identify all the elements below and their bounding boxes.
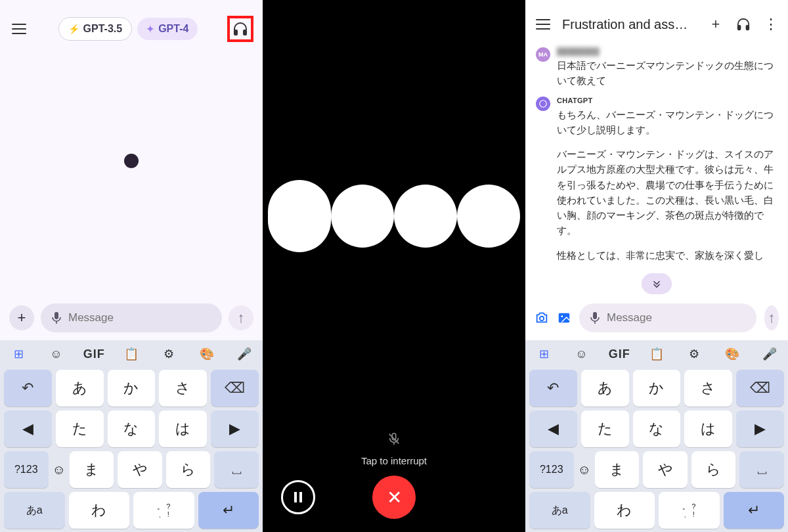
send-button[interactable]: ↑ xyxy=(229,305,253,330)
key-ya[interactable]: や xyxy=(643,451,688,488)
key-enter[interactable]: ↵ xyxy=(198,492,259,529)
key-symbols[interactable]: ?123 xyxy=(529,451,574,488)
send-button[interactable]: ↑ xyxy=(764,305,779,330)
clipboard-icon[interactable]: 📋 xyxy=(646,347,667,361)
message-input-container[interactable] xyxy=(41,303,222,332)
key-symbols[interactable]: ?123 xyxy=(4,451,49,488)
mic-icon[interactable] xyxy=(590,311,600,324)
mic-icon[interactable] xyxy=(51,311,62,324)
key-ra[interactable]: ら xyxy=(691,451,736,488)
message-input[interactable] xyxy=(607,311,746,324)
key-backspace[interactable]: ⌫ xyxy=(211,370,259,407)
model-chip-gpt4[interactable]: ✦ GPT-4 xyxy=(137,18,198,40)
palette-icon[interactable]: 🎨 xyxy=(722,347,743,361)
sticker-icon[interactable]: ☺ xyxy=(571,347,592,361)
key-left[interactable]: ◀ xyxy=(529,410,577,447)
voice-typing-icon[interactable]: 🎤 xyxy=(759,347,780,361)
add-button[interactable]: + xyxy=(9,305,34,330)
message-input-container[interactable] xyxy=(579,303,756,332)
key-left[interactable]: ◀ xyxy=(4,410,52,447)
header: ⚡ GPT-3.5 ✦ GPT-4 xyxy=(0,0,263,49)
key-backspace[interactable]: ⌫ xyxy=(736,370,784,407)
end-voice-button[interactable]: ✕ xyxy=(372,476,416,519)
svg-point-12 xyxy=(561,315,563,317)
voice-mode-button[interactable] xyxy=(227,16,253,42)
voice-mode-button[interactable] xyxy=(734,17,753,32)
svg-rect-13 xyxy=(593,312,597,319)
key-a[interactable]: あ xyxy=(56,370,104,407)
key-ma[interactable]: ま xyxy=(70,451,114,488)
key-enter[interactable]: ↵ xyxy=(724,492,785,529)
arrow-up-icon: ↑ xyxy=(768,309,776,326)
svg-rect-0 xyxy=(234,30,237,35)
camera-icon xyxy=(535,311,549,325)
key-lang-toggle[interactable]: あa xyxy=(4,492,65,529)
gif-button[interactable]: GIF xyxy=(609,347,630,361)
key-ka[interactable]: か xyxy=(633,370,681,407)
key-sa[interactable]: さ xyxy=(159,370,207,407)
settings-gear-icon[interactable]: ⚙ xyxy=(158,347,179,361)
key-ta[interactable]: た xyxy=(581,410,629,447)
menu-icon[interactable] xyxy=(533,14,553,34)
voice-controls: Tap to interrupt ✕ xyxy=(263,432,525,532)
key-ka[interactable]: か xyxy=(108,370,156,407)
message-input[interactable] xyxy=(68,311,211,324)
key-undo[interactable]: ↶ xyxy=(529,370,577,407)
messages-list[interactable]: MA ████████ 日本語でバーニーズマウンテンドックの生態について教えて … xyxy=(525,41,788,298)
key-emoji[interactable]: ☺ xyxy=(578,451,591,488)
key-right[interactable]: ▶ xyxy=(736,410,784,447)
gif-button[interactable]: GIF xyxy=(83,347,104,361)
key-lang-toggle[interactable]: あa xyxy=(529,492,590,529)
key-right[interactable]: ▶ xyxy=(211,410,259,447)
key-wa[interactable]: わ xyxy=(69,492,130,529)
key-sa[interactable]: さ xyxy=(684,370,732,407)
conversation-screen: Frustration and ass… + ⋮ MA ████████ 日本語… xyxy=(525,0,788,532)
model-chip-gpt35[interactable]: ⚡ GPT-3.5 xyxy=(58,17,133,41)
key-ra[interactable]: ら xyxy=(166,451,211,488)
voice-typing-icon[interactable]: 🎤 xyxy=(234,347,255,361)
svg-rect-7 xyxy=(738,26,741,30)
svg-rect-11 xyxy=(559,313,570,323)
key-space[interactable]: ⎵ xyxy=(739,451,784,488)
menu-icon[interactable] xyxy=(9,19,29,39)
tap-to-interrupt-label[interactable]: Tap to interrupt xyxy=(361,455,427,466)
voice-mode-screen: Tap to interrupt ✕ xyxy=(263,0,525,532)
key-emoji[interactable]: ☺ xyxy=(53,451,66,488)
key-ha[interactable]: は xyxy=(684,410,732,447)
pause-icon xyxy=(294,492,302,502)
clipboard-icon[interactable]: 📋 xyxy=(121,347,142,361)
key-space[interactable]: ⎵ xyxy=(214,451,259,488)
sparkle-icon: ✦ xyxy=(146,24,154,34)
grid-apps-icon[interactable]: ⊞ xyxy=(533,347,554,361)
key-punct[interactable]: 。 ?、 ! xyxy=(659,492,720,529)
key-ha[interactable]: は xyxy=(159,410,207,447)
conversation-title[interactable]: Frustration and ass… xyxy=(562,17,697,32)
avatar xyxy=(536,97,550,111)
keyboard: ⊞ ☺ GIF 📋 ⚙ 🎨 🎤 ↶ あ か さ ⌫ ◀ た な は ▶ ?123… xyxy=(525,340,788,532)
key-ya[interactable]: や xyxy=(118,451,162,488)
scroll-to-bottom-button[interactable] xyxy=(642,273,672,294)
key-undo[interactable]: ↶ xyxy=(4,370,52,407)
camera-button[interactable] xyxy=(535,311,549,325)
key-wa[interactable]: わ xyxy=(594,492,655,529)
key-na[interactable]: な xyxy=(108,410,156,447)
close-icon: ✕ xyxy=(387,487,402,508)
svg-point-9 xyxy=(540,100,547,107)
keyboard: ⊞ ☺ GIF 📋 ⚙ 🎨 🎤 ↶ あ か さ ⌫ ◀ た な は ▶ ?123… xyxy=(0,340,263,532)
grid-apps-icon[interactable]: ⊞ xyxy=(8,347,29,361)
palette-icon[interactable]: 🎨 xyxy=(196,347,217,361)
key-ma[interactable]: ま xyxy=(595,451,640,488)
gallery-button[interactable] xyxy=(557,311,571,325)
keyboard-toolbar: ⊞ ☺ GIF 📋 ⚙ 🎨 🎤 xyxy=(525,343,788,368)
key-ta[interactable]: た xyxy=(56,410,104,447)
message-text: 日本語でバーニーズマウンテンドックの生態について教えて xyxy=(557,58,777,89)
svg-rect-8 xyxy=(747,26,749,30)
key-a[interactable]: あ xyxy=(581,370,629,407)
settings-gear-icon[interactable]: ⚙ xyxy=(684,347,705,361)
more-menu-button[interactable]: ⋮ xyxy=(762,16,780,33)
key-na[interactable]: な xyxy=(633,410,681,447)
pause-button[interactable] xyxy=(281,480,315,514)
key-punct[interactable]: 。 ?、 ! xyxy=(133,492,194,529)
sticker-icon[interactable]: ☺ xyxy=(45,347,66,361)
new-chat-button[interactable]: + xyxy=(707,16,725,33)
